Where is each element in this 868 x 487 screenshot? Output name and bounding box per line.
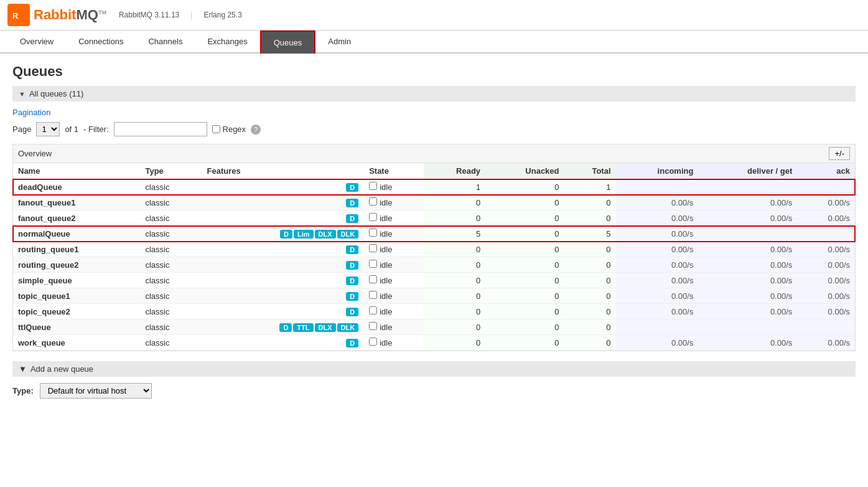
queue-total-cell: 1 bbox=[564, 179, 616, 195]
queue-name-cell[interactable]: deadQueue bbox=[13, 179, 140, 195]
queue-total-cell: 0 bbox=[564, 288, 616, 304]
col-header-ack: ack bbox=[797, 163, 855, 179]
version-separator: | bbox=[190, 11, 192, 19]
badge-d: D bbox=[346, 292, 358, 301]
state-checkbox[interactable] bbox=[369, 213, 377, 221]
state-checkbox[interactable] bbox=[369, 244, 377, 252]
logo: R RabbitMQTM bbox=[7, 4, 106, 26]
regex-label: Regex bbox=[212, 125, 246, 134]
queue-type-cell: classic bbox=[140, 319, 202, 335]
badge-dlk: DLK bbox=[337, 230, 359, 239]
table-add-button[interactable]: +/- bbox=[829, 147, 850, 160]
queue-features-cell: D bbox=[202, 195, 364, 210]
table-row: fanout_queue2 classic D idle 0 0 0 0.00/… bbox=[13, 210, 855, 226]
all-queues-label: All queues (11) bbox=[29, 89, 83, 98]
badge-d: D bbox=[346, 277, 358, 285]
queue-name-cell[interactable]: simple_queue bbox=[13, 273, 140, 288]
queue-features-cell: D bbox=[202, 304, 364, 319]
queue-name-cell[interactable]: ttlQueue bbox=[13, 319, 140, 335]
nav-channels[interactable]: Channels bbox=[136, 31, 195, 52]
badge-d: D bbox=[346, 245, 358, 254]
state-checkbox[interactable] bbox=[369, 229, 377, 237]
badge-d: D bbox=[346, 199, 358, 207]
queue-deliver-get-cell bbox=[698, 179, 797, 195]
queue-ack-cell bbox=[797, 226, 855, 242]
queue-ready-cell: 0 bbox=[424, 257, 485, 273]
queue-features-cell: D bbox=[202, 335, 364, 351]
queue-type-cell: classic bbox=[140, 210, 202, 226]
table-row: deadQueue classic D idle 1 0 1 bbox=[13, 179, 855, 195]
queue-incoming-cell: 0.00/s bbox=[616, 273, 699, 288]
queue-unacked-cell: 0 bbox=[485, 242, 564, 257]
state-checkbox[interactable] bbox=[369, 322, 377, 330]
queue-unacked-cell: 0 bbox=[485, 335, 564, 351]
type-row: Type: Default for virtual host Classic Q… bbox=[12, 383, 856, 399]
queue-ready-cell: 1 bbox=[424, 179, 485, 195]
type-select[interactable]: Default for virtual host Classic Quorum … bbox=[40, 383, 152, 399]
queue-ready-cell: 0 bbox=[424, 319, 485, 335]
queue-name-cell[interactable]: work_queue bbox=[13, 335, 140, 351]
header: R RabbitMQTM RabbitMQ 3.11.13 | Erlang 2… bbox=[0, 0, 868, 31]
regex-help-icon[interactable]: ? bbox=[251, 125, 261, 135]
badge-dlx: DLX bbox=[315, 323, 336, 332]
queue-features-cell: D bbox=[202, 273, 364, 288]
nav-connections[interactable]: Connections bbox=[66, 31, 136, 52]
state-checkbox[interactable] bbox=[369, 197, 377, 206]
queue-total-cell: 0 bbox=[564, 335, 616, 351]
state-checkbox[interactable] bbox=[369, 291, 377, 299]
col-header-state: State bbox=[364, 163, 424, 179]
nav-exchanges[interactable]: Exchanges bbox=[195, 31, 259, 52]
queue-total-cell: 0 bbox=[564, 273, 616, 288]
queue-type-cell: classic bbox=[140, 288, 202, 304]
col-header-total: Total bbox=[564, 163, 616, 179]
queue-unacked-cell: 0 bbox=[485, 288, 564, 304]
queue-ready-cell: 0 bbox=[424, 242, 485, 257]
state-checkbox[interactable] bbox=[369, 275, 377, 283]
nav-admin[interactable]: Admin bbox=[315, 31, 363, 52]
all-queues-section-header[interactable]: ▼ All queues (11) bbox=[12, 86, 856, 102]
filter-label: - Filter: bbox=[83, 125, 108, 134]
queue-name-cell[interactable]: normalQueue bbox=[13, 226, 140, 242]
badge-d: D bbox=[346, 214, 358, 223]
state-checkbox[interactable] bbox=[369, 260, 377, 268]
queue-name-cell[interactable]: routing_queue2 bbox=[13, 257, 140, 273]
pagination-controls: Page 1 of 1 - Filter: Regex ? bbox=[12, 122, 856, 136]
pagination-section: Pagination Page 1 of 1 - Filter: Regex ? bbox=[12, 108, 856, 136]
queue-type-cell: classic bbox=[140, 304, 202, 319]
toggle-icon: ▼ bbox=[19, 90, 26, 98]
queue-deliver-get-cell: 0.00/s bbox=[698, 335, 797, 351]
rabbitmq-logo-icon: R bbox=[7, 4, 30, 26]
queue-total-cell: 0 bbox=[564, 210, 616, 226]
state-checkbox[interactable] bbox=[369, 338, 377, 346]
queue-type-cell: classic bbox=[140, 257, 202, 273]
col-header-features: Features bbox=[202, 163, 364, 179]
state-checkbox[interactable] bbox=[369, 306, 377, 314]
nav-overview[interactable]: Overview bbox=[7, 31, 66, 52]
filter-input[interactable] bbox=[114, 122, 207, 136]
queue-name-cell[interactable]: topic_queue2 bbox=[13, 304, 140, 319]
svg-text:R: R bbox=[12, 11, 19, 21]
queue-ready-cell: 5 bbox=[424, 226, 485, 242]
badge-d: D bbox=[346, 339, 358, 348]
queue-features-cell: DLimDLXDLK bbox=[202, 226, 364, 242]
queue-incoming-cell bbox=[616, 319, 699, 335]
page-title: Queues bbox=[12, 64, 856, 80]
queue-total-cell: 0 bbox=[564, 195, 616, 210]
queue-incoming-cell: 0.00/s bbox=[616, 257, 699, 273]
queue-deliver-get-cell: 0.00/s bbox=[698, 195, 797, 210]
pagination-title[interactable]: Pagination bbox=[12, 108, 856, 117]
queue-name-cell[interactable]: fanout_queue2 bbox=[13, 210, 140, 226]
add-queue-header[interactable]: ▼ Add a new queue bbox=[12, 361, 856, 377]
regex-checkbox[interactable] bbox=[212, 125, 220, 133]
queue-name-cell[interactable]: topic_queue1 bbox=[13, 288, 140, 304]
queue-ack-cell: 0.00/s bbox=[797, 288, 855, 304]
nav-queues[interactable]: Queues bbox=[260, 31, 316, 54]
state-checkbox[interactable] bbox=[369, 182, 377, 190]
queue-ack-cell: 0.00/s bbox=[797, 304, 855, 319]
queue-incoming-cell: 0.00/s bbox=[616, 288, 699, 304]
page-select[interactable]: 1 bbox=[36, 122, 60, 136]
queue-name-cell[interactable]: fanout_queue1 bbox=[13, 195, 140, 210]
queue-ack-cell: 0.00/s bbox=[797, 242, 855, 257]
queue-name-cell[interactable]: routing_queue1 bbox=[13, 242, 140, 257]
queue-ready-cell: 0 bbox=[424, 195, 485, 210]
